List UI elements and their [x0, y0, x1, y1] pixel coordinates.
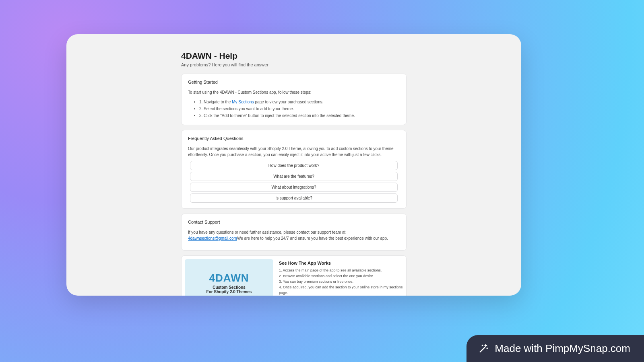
- step-item: 2. Select the sections you want to add t…: [199, 105, 400, 112]
- contact-support-card: Contact Support If you have any question…: [181, 214, 407, 251]
- faq-item[interactable]: What are the features?: [190, 172, 398, 181]
- how-it-works-steps: 1. Access the main page of the app to se…: [279, 268, 403, 296]
- getting-started-intro: To start using the 4DAWN - Custom Sectio…: [188, 89, 400, 95]
- wand-icon: [478, 343, 489, 354]
- my-sections-link[interactable]: My Sections: [232, 100, 254, 104]
- how-step: 1. Access the main page of the app to se…: [279, 268, 403, 274]
- step-item: 1. Navigate to the My Sections page to v…: [199, 99, 400, 105]
- how-step: 2. Browse available sections and select …: [279, 274, 403, 279]
- faq-card: Frequently Asked Questions Our product i…: [181, 130, 407, 209]
- video-subtitle: Custom Sections: [213, 285, 246, 290]
- help-content: 4DAWN - Help Any problems? Here you will…: [181, 34, 407, 296]
- support-text-pre: If you have any questions or need furthe…: [188, 230, 345, 234]
- contact-support-title: Contact Support: [188, 220, 400, 224]
- faq-item[interactable]: What about integrations?: [190, 183, 398, 192]
- video-logo: 4DAWN: [209, 272, 249, 284]
- video-thumbnail[interactable]: 4DAWN Custom Sections For Shopify 2.0 Th…: [185, 259, 273, 296]
- step-text: page to view your purchased sections.: [254, 100, 324, 104]
- how-it-works-title: See How The App Works: [279, 261, 403, 265]
- how-it-works-body: See How The App Works 1. Access the main…: [279, 259, 403, 296]
- support-text-post: We are here to help you 24/7 and ensure …: [237, 236, 388, 241]
- faq-item[interactable]: How does the product work?: [190, 161, 398, 170]
- faq-title: Frequently Asked Questions: [188, 136, 400, 141]
- step-item: 3. Click the "Add to theme" button to in…: [199, 112, 400, 119]
- page-subtitle: Any problems? Here you will find the ans…: [181, 62, 407, 67]
- step-text: 1. Navigate to the: [199, 100, 232, 104]
- how-step: 4. Once acquired, you can add the sectio…: [279, 285, 403, 296]
- faq-list: How does the product work? What are the …: [188, 161, 400, 203]
- video-subtitle: For Shopify 2.0 Themes: [206, 290, 252, 294]
- page-title: 4DAWN - Help: [181, 51, 407, 61]
- getting-started-card: Getting Started To start using the 4DAWN…: [181, 74, 407, 125]
- how-step: 3. You can buy premium sections or free …: [279, 279, 403, 285]
- support-email-link[interactable]: 4dawnsections@gmail.com: [188, 236, 237, 241]
- watermark-text: Made with PimpMySnap.com: [495, 342, 630, 355]
- getting-started-title: Getting Started: [188, 80, 400, 84]
- how-it-works-card: 4DAWN Custom Sections For Shopify 2.0 Th…: [181, 255, 407, 296]
- getting-started-steps: 1. Navigate to the My Sections page to v…: [188, 99, 400, 119]
- watermark-badge[interactable]: Made with PimpMySnap.com: [466, 335, 644, 362]
- contact-support-text: If you have any questions or need furthe…: [188, 229, 400, 241]
- faq-intro: Our product integrates seamlessly with y…: [188, 146, 400, 158]
- faq-item[interactable]: Is support available?: [190, 193, 398, 203]
- app-window: 4DAWN - Help Any problems? Here you will…: [66, 34, 521, 296]
